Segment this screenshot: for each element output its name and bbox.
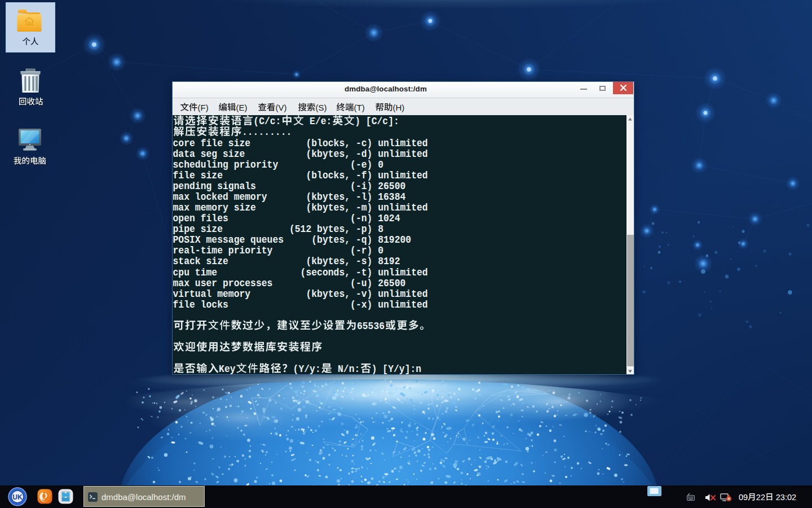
svg-text:22: 22: [756, 493, 765, 502]
svg-text:09: 09: [739, 493, 748, 502]
svg-text:23:02: 23:02: [774, 493, 797, 502]
